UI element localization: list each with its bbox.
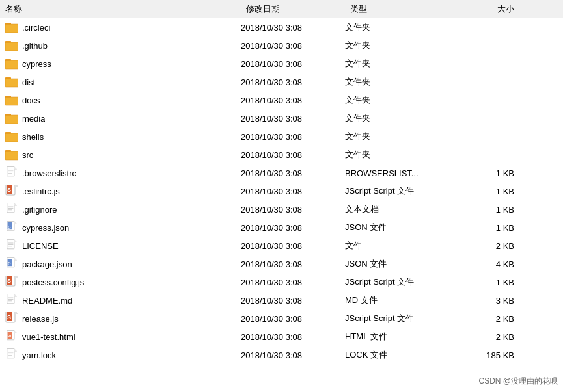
file-name-cell: README.md: [0, 294, 241, 307]
file-size: 1 KB: [462, 205, 527, 215]
folder-icon: [5, 94, 18, 106]
table-row[interactable]: dist 2018/10/30 3:08 文件夹: [0, 73, 563, 91]
svg-rect-17: [5, 79, 18, 87]
file-type: 文件夹: [345, 94, 462, 106]
svg-text:S: S: [7, 278, 11, 284]
file-name-cell: S postcss.config.js: [0, 276, 241, 289]
svg-text:S: S: [7, 187, 11, 193]
svg-marker-70: [14, 257, 17, 260]
svg-rect-14: [5, 59, 11, 61]
file-icon: S: [5, 312, 18, 325]
svg-rect-32: [5, 133, 18, 142]
file-size: 3 KB: [462, 296, 527, 306]
file-name-cell: media: [0, 112, 241, 124]
file-type: BROWSERSLIST...: [345, 168, 462, 178]
svg-marker-53: [14, 203, 17, 205]
svg-rect-12: [5, 60, 18, 69]
table-row[interactable]: .gitignore 2018/10/30 3:08 文本文档 1 KB: [0, 200, 563, 218]
file-type: 文件夹: [345, 76, 462, 88]
table-row[interactable]: cypress 2018/10/30 3:08 文件夹: [0, 55, 563, 73]
column-header-row: 名称 修改日期 类型 大小: [0, 0, 563, 18]
file-name-cell: S release.js: [0, 312, 241, 325]
svg-marker-80: [14, 294, 17, 296]
file-name: cypress.json: [22, 223, 69, 233]
file-size: 1 KB: [462, 223, 527, 233]
file-type: HTML 文件: [345, 331, 462, 343]
file-name: .browserslistrc: [22, 168, 76, 178]
svg-rect-37: [5, 151, 18, 160]
table-row[interactable]: .circleci 2018/10/30 3:08 文件夹: [0, 18, 563, 36]
file-date: 2018/10/30 3:08: [241, 187, 345, 196]
file-name: shells: [22, 132, 44, 142]
file-name: cypress: [22, 59, 51, 69]
file-icon: [5, 166, 18, 179]
file-date: 2018/10/30 3:08: [241, 205, 345, 215]
file-name-cell: .gitignore: [0, 203, 241, 216]
header-type[interactable]: 类型: [345, 3, 462, 15]
svg-marker-96: [14, 348, 17, 351]
header-date[interactable]: 修改日期: [241, 3, 345, 15]
table-row[interactable]: docs 2018/10/30 3:08 文件夹: [0, 91, 563, 109]
svg-text:S: S: [7, 314, 11, 320]
file-type: 文本文档: [345, 203, 462, 215]
svg-marker-42: [14, 166, 17, 169]
folder-icon: [5, 76, 18, 88]
svg-rect-40: [7, 166, 14, 176]
svg-marker-59: [14, 221, 17, 224]
folder-icon: [5, 131, 18, 142]
table-row[interactable]: {} package.json 2018/10/30 3:08 JSON 文件 …: [0, 255, 563, 273]
svg-rect-78: [7, 294, 14, 303]
file-name-cell: {} cypress.json: [0, 221, 241, 234]
file-date: 2018/10/30 3:08: [241, 296, 345, 306]
file-name: .circleci: [22, 23, 50, 33]
table-row[interactable]: S .eslintrc.js 2018/10/30 3:08 JScript S…: [0, 182, 563, 200]
file-name-cell: src: [0, 149, 241, 161]
folder-icon: [5, 21, 18, 33]
table-row[interactable]: yarn.lock 2018/10/30 3:08 LOCK 文件 185 KB: [0, 346, 563, 364]
table-row[interactable]: HTM vue1-test.html 2018/10/30 3:08 HTML …: [0, 328, 563, 346]
file-size: 2 KB: [462, 314, 527, 324]
file-size: 185 KB: [462, 350, 527, 360]
table-row[interactable]: media 2018/10/30 3:08 文件夹: [0, 109, 563, 127]
svg-marker-75: [15, 276, 18, 278]
file-size: 4 KB: [462, 259, 527, 269]
file-size: 1 KB: [462, 168, 527, 178]
file-date: 2018/10/30 3:08: [241, 314, 345, 324]
file-name-cell: LICENSE: [0, 239, 241, 252]
header-size[interactable]: 大小: [462, 3, 527, 15]
table-row[interactable]: .github 2018/10/30 3:08 文件夹: [0, 36, 563, 55]
file-type: 文件夹: [345, 21, 462, 33]
file-date: 2018/10/30 3:08: [241, 150, 345, 160]
file-type: JSON 文件: [345, 222, 462, 233]
file-name-cell: .circleci: [0, 21, 241, 33]
file-name: src: [22, 150, 33, 160]
file-type: 文件夹: [345, 40, 462, 51]
file-name-cell: S .eslintrc.js: [0, 185, 241, 198]
svg-rect-51: [7, 203, 14, 212]
file-name: LICENSE: [22, 241, 59, 251]
file-size: 2 KB: [462, 332, 527, 342]
header-name[interactable]: 名称: [0, 3, 241, 15]
svg-rect-24: [5, 96, 11, 98]
file-icon: S: [5, 185, 18, 198]
table-row[interactable]: S release.js 2018/10/30 3:08 JScript Scr…: [0, 309, 563, 328]
table-row[interactable]: src 2018/10/30 3:08 文件夹: [0, 146, 563, 164]
file-icon: S: [5, 276, 18, 289]
table-row[interactable]: .browserslistrc 2018/10/30 3:08 BROWSERS…: [0, 164, 563, 182]
file-size: 1 KB: [462, 278, 527, 287]
file-size: 2 KB: [462, 241, 527, 251]
folder-icon: [5, 40, 18, 51]
table-row[interactable]: S postcss.config.js 2018/10/30 3:08 JScr…: [0, 273, 563, 291]
table-row[interactable]: shells 2018/10/30 3:08 文件夹: [0, 127, 563, 146]
table-row[interactable]: LICENSE 2018/10/30 3:08 文件 2 KB: [0, 237, 563, 255]
svg-rect-2: [5, 24, 18, 33]
watermark: CSDN @没理由的花呗: [478, 376, 558, 387]
file-explorer: 名称 修改日期 类型 大小 .circleci 2018/10/30 3:08 …: [0, 0, 563, 392]
svg-rect-19: [5, 77, 11, 79]
file-date: 2018/10/30 3:08: [241, 41, 345, 51]
table-row[interactable]: {} cypress.json 2018/10/30 3:08 JSON 文件 …: [0, 218, 563, 237]
file-size: 1 KB: [462, 187, 527, 196]
file-icon: [5, 203, 18, 216]
table-row[interactable]: README.md 2018/10/30 3:08 MD 文件 3 KB: [0, 291, 563, 309]
svg-marker-64: [14, 239, 17, 242]
